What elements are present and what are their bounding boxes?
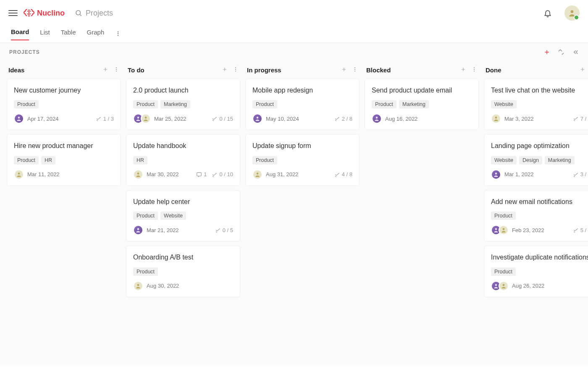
card[interactable]: Update handbookHRMar 30, 202210 / 10 [126, 134, 240, 185]
search-icon [75, 9, 82, 17]
comment-count: 1 [196, 171, 207, 177]
checklist-progress: 2 / 8 [334, 116, 352, 122]
svg-point-25 [474, 69, 475, 70]
svg-point-0 [76, 11, 81, 15]
checklist-progress: 3 / 3 [573, 171, 588, 177]
column-blocked: BlockedSend product update emailProductM… [365, 64, 479, 361]
tag: Product [14, 156, 39, 164]
card-footer-left: Feb 23, 2022 [491, 225, 544, 235]
tag: Product [14, 100, 39, 109]
tag: Marketing [399, 100, 429, 109]
card[interactable]: Investigate duplicate notificationsProdu… [484, 246, 588, 297]
card[interactable]: Update signup formProductAug 31, 20224 /… [245, 134, 360, 185]
tag: Product [133, 100, 158, 109]
column-more-icon[interactable] [113, 66, 119, 74]
tag: Website [491, 156, 517, 164]
user-avatar[interactable] [564, 5, 580, 21]
card-footer: Apr 17, 20241 / 3 [14, 114, 114, 124]
card[interactable]: Mobile app redesignProductMay 10, 20242 … [245, 79, 360, 130]
card[interactable]: Test live chat on the websiteWebsiteMar … [484, 79, 588, 130]
menu-toggle-button[interactable] [8, 8, 18, 18]
card[interactable]: Update help centerProductWebsiteMar 21, … [126, 190, 240, 241]
svg-point-20 [354, 69, 355, 70]
add-item-icon[interactable] [543, 49, 550, 56]
svg-point-33 [495, 228, 497, 230]
card-title: Update handbook [133, 141, 233, 151]
add-card-icon[interactable] [460, 66, 466, 74]
card-title: Landing page optimization [491, 141, 588, 151]
card-avatars [372, 114, 382, 124]
column-more-icon[interactable] [233, 66, 239, 74]
avatar [372, 114, 382, 124]
svg-point-11 [235, 69, 236, 70]
card-date: Feb 23, 2022 [512, 227, 544, 233]
tab-more-icon[interactable] [115, 31, 121, 38]
add-card-icon[interactable] [222, 66, 228, 74]
card[interactable]: New customer journeyProductApr 17, 20241… [7, 79, 121, 130]
add-card-icon[interactable] [341, 66, 347, 74]
avatar [133, 281, 143, 291]
card-footer-left: Apr 17, 2024 [14, 114, 58, 124]
app-header: Nuclino Projects [0, 0, 588, 26]
card[interactable]: Send product update emailProductMarketin… [365, 79, 479, 130]
board-actions [543, 49, 579, 56]
card-avatars [252, 169, 262, 180]
card[interactable]: Add new email notificationsProductFeb 23… [484, 190, 588, 241]
column-more-icon[interactable] [471, 66, 477, 74]
card[interactable]: 2.0 product launchProductMarketingMar 25… [126, 79, 240, 130]
tag: Marketing [545, 156, 575, 164]
checklist-progress: 7 / 7 [573, 116, 588, 122]
column-header: Done [484, 64, 588, 79]
card-avatars [491, 169, 501, 180]
tag: Product [372, 100, 396, 109]
column-header: In progress [245, 64, 360, 79]
svg-point-27 [376, 117, 378, 119]
card-footer: Aug 26, 2022 [491, 281, 588, 291]
card-footer: Mar 25, 20220 / 15 [133, 114, 233, 124]
tab-table[interactable]: Table [61, 29, 76, 40]
notifications-icon[interactable] [543, 9, 552, 17]
chevrons-right-icon[interactable] [572, 49, 579, 56]
svg-point-3 [118, 33, 118, 34]
card-date: Mar 11, 2022 [27, 171, 60, 177]
card-date: Mar 1, 2022 [504, 171, 533, 177]
card[interactable]: Landing page optimizationWebsiteDesignMa… [484, 134, 588, 185]
add-card-icon[interactable] [102, 66, 108, 74]
tab-list[interactable]: List [40, 29, 50, 40]
card-footer-left: Mar 1, 2022 [491, 169, 533, 180]
search-area[interactable]: Projects [75, 9, 113, 18]
svg-point-22 [257, 117, 259, 119]
card[interactable]: Hire new product managerProductHRMar 11,… [7, 134, 121, 185]
column-more-icon[interactable] [352, 66, 358, 74]
card-avatars [491, 281, 509, 291]
add-card-icon[interactable] [580, 66, 585, 74]
svg-point-36 [503, 284, 505, 286]
app-logo[interactable]: Nuclino [24, 8, 65, 19]
collapse-icon[interactable] [558, 49, 564, 56]
svg-point-32 [495, 172, 497, 175]
card-footer: Mar 30, 202210 / 10 [133, 169, 233, 180]
tab-graph[interactable]: Graph [87, 29, 105, 40]
card-date: Aug 30, 2022 [147, 283, 179, 289]
card-avatars [133, 225, 143, 235]
tab-board[interactable]: Board [11, 28, 29, 40]
card-tags: Product [252, 100, 352, 109]
tag: Product [491, 212, 516, 220]
card-date: May 10, 2024 [266, 116, 299, 122]
avatar [491, 169, 501, 180]
card-footer: Mar 21, 20220 / 5 [133, 225, 233, 235]
svg-point-24 [474, 67, 475, 68]
card-date: Aug 26, 2022 [512, 283, 544, 289]
card-date: Aug 31, 2022 [266, 171, 298, 177]
card-meta: 4 / 8 [334, 171, 352, 177]
svg-point-17 [137, 228, 139, 230]
svg-point-2 [118, 32, 118, 32]
card-avatars [252, 114, 262, 124]
card-meta: 7 / 7 [573, 116, 588, 122]
card[interactable]: Onboarding A/B testProductAug 30, 2022 [126, 246, 240, 297]
card-tags: ProductMarketing [372, 100, 472, 109]
avatar [499, 225, 509, 235]
kanban-board: IdeasNew customer journeyProductApr 17, … [0, 60, 588, 365]
svg-point-4 [118, 35, 118, 36]
card-title: Investigate duplicate notifications [491, 253, 588, 262]
